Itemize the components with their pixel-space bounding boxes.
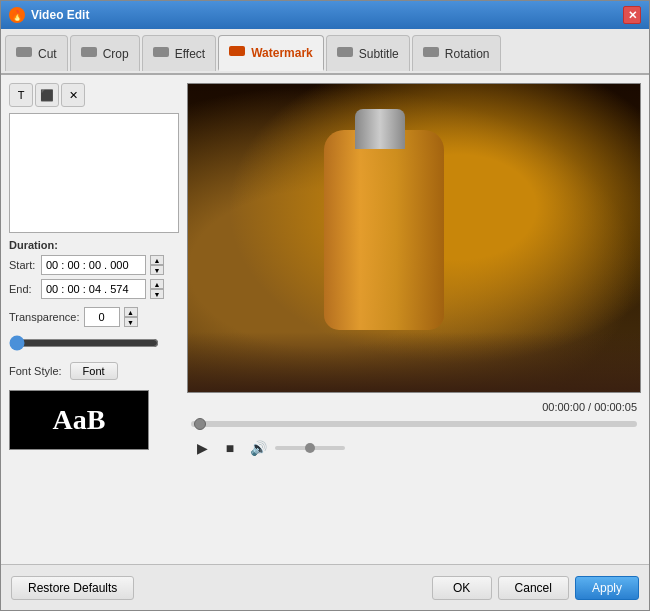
timestamp-row: 00:00:00 / 00:00:05 — [187, 399, 641, 415]
font-preview-text: AaB — [53, 404, 106, 436]
tab-crop-label: Crop — [103, 47, 129, 61]
start-time-up[interactable]: ▲ — [150, 255, 164, 265]
font-preview-box: AaB — [9, 390, 149, 450]
transparence-label: Transparence: — [9, 311, 80, 323]
bottom-bar: Restore Defaults OK Cancel Apply — [1, 564, 649, 610]
bottom-right: OK Cancel Apply — [432, 576, 639, 600]
tab-subtitle[interactable]: Subtitle — [326, 35, 410, 71]
timestamp-display: 00:00:00 / 00:00:05 — [542, 401, 637, 413]
video-edit-window: 🔥 Video Edit ✕ CutCropEffectWatermarkSub… — [0, 0, 650, 611]
progress-row — [187, 421, 641, 427]
tab-watermark-icon — [229, 44, 247, 61]
start-time-spinner[interactable]: ▲ ▼ — [150, 255, 164, 275]
end-time-row: End: ▲ ▼ — [9, 279, 179, 299]
start-time-down[interactable]: ▼ — [150, 265, 164, 275]
font-style-row: Font Style: Font — [9, 362, 179, 380]
video-gradient-overlay — [188, 332, 640, 392]
font-button[interactable]: Font — [70, 362, 118, 380]
ok-button[interactable]: OK — [432, 576, 492, 600]
font-style-label: Font Style: — [9, 365, 62, 377]
tab-rotation-label: Rotation — [445, 47, 490, 61]
close-button[interactable]: ✕ — [623, 6, 641, 24]
svg-rect-5 — [423, 47, 439, 57]
title-bar-left: 🔥 Video Edit — [9, 7, 89, 23]
tab-cut-icon — [16, 45, 34, 62]
svg-rect-4 — [337, 47, 353, 57]
volume-icon: 🔊 — [247, 437, 269, 459]
end-time-up[interactable]: ▲ — [150, 279, 164, 289]
stop-button[interactable]: ■ — [219, 437, 241, 459]
tab-cut-label: Cut — [38, 47, 57, 61]
tab-watermark-label: Watermark — [251, 46, 313, 60]
end-time-input[interactable] — [41, 279, 146, 299]
watermark-text-input[interactable] — [9, 113, 179, 233]
end-time-spinner[interactable]: ▲ ▼ — [150, 279, 164, 299]
progress-thumb[interactable] — [194, 418, 206, 430]
playback-controls: ▶ ■ 🔊 — [187, 433, 641, 463]
transparence-slider-row — [9, 335, 179, 354]
tab-watermark[interactable]: Watermark — [218, 35, 324, 71]
right-panel: 00:00:00 / 00:00:05 ▶ ■ 🔊 — [187, 83, 641, 556]
transparence-input[interactable] — [84, 307, 120, 327]
tab-cut[interactable]: Cut — [5, 35, 68, 71]
start-time-row: Start: ▲ ▼ — [9, 255, 179, 275]
video-frame — [188, 84, 640, 392]
end-time-down[interactable]: ▼ — [150, 289, 164, 299]
apply-button[interactable]: Apply — [575, 576, 639, 600]
transparence-up[interactable]: ▲ — [124, 307, 138, 317]
transparence-spinner[interactable]: ▲ ▼ — [124, 307, 138, 327]
end-label: End: — [9, 283, 37, 295]
bottle-shape — [324, 130, 444, 330]
cancel-button[interactable]: Cancel — [498, 576, 569, 600]
tab-effect-icon — [153, 45, 171, 62]
main-content: T ⬛ ✕ Duration: Start: ▲ ▼ End: — [1, 75, 649, 564]
svg-rect-2 — [153, 47, 169, 57]
tab-effect[interactable]: Effect — [142, 35, 216, 71]
svg-rect-0 — [16, 47, 32, 57]
tab-crop-icon — [81, 45, 99, 62]
svg-rect-1 — [81, 47, 97, 57]
duration-label: Duration: — [9, 239, 179, 251]
tab-rotation[interactable]: Rotation — [412, 35, 501, 71]
title-bar: 🔥 Video Edit ✕ — [1, 1, 649, 29]
progress-track[interactable] — [191, 421, 637, 427]
watermark-toolbar: T ⬛ ✕ — [9, 83, 179, 107]
tab-effect-label: Effect — [175, 47, 205, 61]
tab-subtitle-icon — [337, 45, 355, 62]
transparence-row: Transparence: ▲ ▼ — [9, 307, 179, 327]
bottom-left: Restore Defaults — [11, 576, 134, 600]
video-preview — [187, 83, 641, 393]
remove-tool-button[interactable]: ✕ — [61, 83, 85, 107]
tab-bar: CutCropEffectWatermarkSubtitleRotation — [1, 29, 649, 75]
window-title: Video Edit — [31, 8, 89, 22]
start-label: Start: — [9, 259, 37, 271]
svg-rect-3 — [229, 46, 245, 56]
left-panel: T ⬛ ✕ Duration: Start: ▲ ▼ End: — [9, 83, 179, 556]
start-time-input[interactable] — [41, 255, 146, 275]
tab-rotation-icon — [423, 45, 441, 62]
image-tool-button[interactable]: ⬛ — [35, 83, 59, 107]
volume-track[interactable] — [275, 446, 345, 450]
app-icon: 🔥 — [9, 7, 25, 23]
duration-section: Duration: Start: ▲ ▼ End: ▲ ▼ — [9, 239, 179, 299]
tab-crop[interactable]: Crop — [70, 35, 140, 71]
bottle-cap — [355, 109, 405, 149]
play-button[interactable]: ▶ — [191, 437, 213, 459]
text-tool-button[interactable]: T — [9, 83, 33, 107]
tab-subtitle-label: Subtitle — [359, 47, 399, 61]
restore-defaults-button[interactable]: Restore Defaults — [11, 576, 134, 600]
volume-thumb[interactable] — [305, 443, 315, 453]
transparence-slider[interactable] — [9, 335, 159, 351]
transparence-down[interactable]: ▼ — [124, 317, 138, 327]
